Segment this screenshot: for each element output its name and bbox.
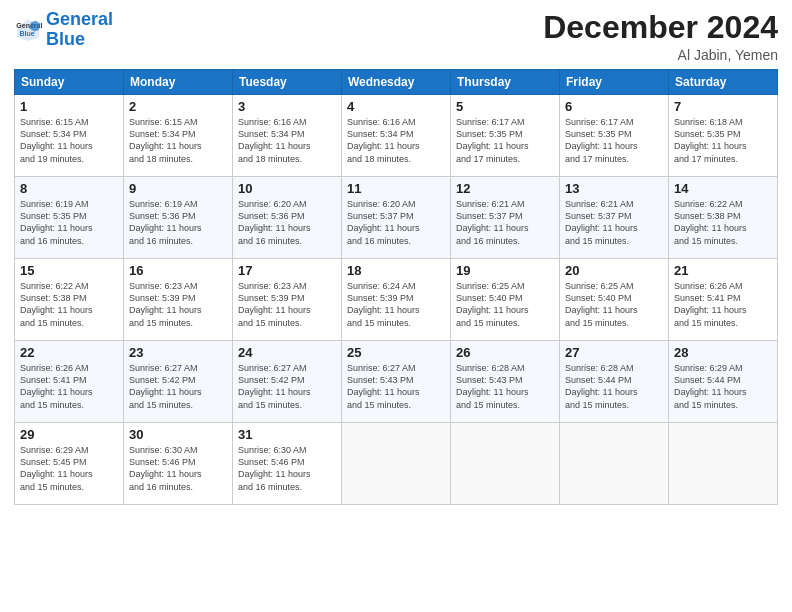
calendar-cell: 10Sunrise: 6:20 AM Sunset: 5:36 PM Dayli… [233,177,342,259]
day-detail: Sunrise: 6:18 AM Sunset: 5:35 PM Dayligh… [674,116,772,165]
calendar-cell: 5Sunrise: 6:17 AM Sunset: 5:35 PM Daylig… [451,95,560,177]
day-detail: Sunrise: 6:27 AM Sunset: 5:43 PM Dayligh… [347,362,445,411]
day-detail: Sunrise: 6:15 AM Sunset: 5:34 PM Dayligh… [20,116,118,165]
calendar-cell: 2Sunrise: 6:15 AM Sunset: 5:34 PM Daylig… [124,95,233,177]
day-detail: Sunrise: 6:24 AM Sunset: 5:39 PM Dayligh… [347,280,445,329]
calendar-cell: 14Sunrise: 6:22 AM Sunset: 5:38 PM Dayli… [669,177,778,259]
day-detail: Sunrise: 6:15 AM Sunset: 5:34 PM Dayligh… [129,116,227,165]
day-number: 6 [565,99,663,114]
day-number: 31 [238,427,336,442]
calendar-cell [451,423,560,505]
day-detail: Sunrise: 6:21 AM Sunset: 5:37 PM Dayligh… [565,198,663,247]
calendar-header-row: SundayMondayTuesdayWednesdayThursdayFrid… [15,70,778,95]
day-number: 28 [674,345,772,360]
page: General Blue General Blue December 2024 … [0,0,792,612]
day-number: 3 [238,99,336,114]
day-number: 14 [674,181,772,196]
calendar-cell: 23Sunrise: 6:27 AM Sunset: 5:42 PM Dayli… [124,341,233,423]
svg-text:Blue: Blue [19,30,34,37]
day-of-week-header: Saturday [669,70,778,95]
day-number: 17 [238,263,336,278]
calendar-cell: 17Sunrise: 6:23 AM Sunset: 5:39 PM Dayli… [233,259,342,341]
calendar-cell: 16Sunrise: 6:23 AM Sunset: 5:39 PM Dayli… [124,259,233,341]
day-number: 13 [565,181,663,196]
logo-blue: Blue [46,29,85,49]
logo-text: General Blue [46,10,113,50]
day-number: 19 [456,263,554,278]
day-of-week-header: Wednesday [342,70,451,95]
calendar-cell: 25Sunrise: 6:27 AM Sunset: 5:43 PM Dayli… [342,341,451,423]
day-detail: Sunrise: 6:17 AM Sunset: 5:35 PM Dayligh… [456,116,554,165]
calendar-cell: 30Sunrise: 6:30 AM Sunset: 5:46 PM Dayli… [124,423,233,505]
location: Al Jabin, Yemen [543,47,778,63]
day-number: 11 [347,181,445,196]
day-number: 1 [20,99,118,114]
calendar-cell: 9Sunrise: 6:19 AM Sunset: 5:36 PM Daylig… [124,177,233,259]
day-detail: Sunrise: 6:23 AM Sunset: 5:39 PM Dayligh… [238,280,336,329]
day-number: 12 [456,181,554,196]
day-of-week-header: Friday [560,70,669,95]
day-detail: Sunrise: 6:27 AM Sunset: 5:42 PM Dayligh… [129,362,227,411]
calendar-cell: 12Sunrise: 6:21 AM Sunset: 5:37 PM Dayli… [451,177,560,259]
calendar-cell: 19Sunrise: 6:25 AM Sunset: 5:40 PM Dayli… [451,259,560,341]
day-number: 8 [20,181,118,196]
calendar-table: SundayMondayTuesdayWednesdayThursdayFrid… [14,69,778,505]
calendar-cell [669,423,778,505]
calendar-cell: 6Sunrise: 6:17 AM Sunset: 5:35 PM Daylig… [560,95,669,177]
day-of-week-header: Tuesday [233,70,342,95]
calendar-cell: 27Sunrise: 6:28 AM Sunset: 5:44 PM Dayli… [560,341,669,423]
day-detail: Sunrise: 6:30 AM Sunset: 5:46 PM Dayligh… [238,444,336,493]
calendar-cell: 28Sunrise: 6:29 AM Sunset: 5:44 PM Dayli… [669,341,778,423]
day-number: 23 [129,345,227,360]
calendar-cell: 7Sunrise: 6:18 AM Sunset: 5:35 PM Daylig… [669,95,778,177]
day-of-week-header: Sunday [15,70,124,95]
day-detail: Sunrise: 6:26 AM Sunset: 5:41 PM Dayligh… [674,280,772,329]
day-detail: Sunrise: 6:19 AM Sunset: 5:36 PM Dayligh… [129,198,227,247]
day-detail: Sunrise: 6:16 AM Sunset: 5:34 PM Dayligh… [238,116,336,165]
day-detail: Sunrise: 6:22 AM Sunset: 5:38 PM Dayligh… [20,280,118,329]
day-number: 20 [565,263,663,278]
day-number: 26 [456,345,554,360]
logo-general: General [46,9,113,29]
calendar-cell: 21Sunrise: 6:26 AM Sunset: 5:41 PM Dayli… [669,259,778,341]
day-number: 7 [674,99,772,114]
day-detail: Sunrise: 6:26 AM Sunset: 5:41 PM Dayligh… [20,362,118,411]
day-number: 24 [238,345,336,360]
calendar-cell: 26Sunrise: 6:28 AM Sunset: 5:43 PM Dayli… [451,341,560,423]
calendar-cell: 18Sunrise: 6:24 AM Sunset: 5:39 PM Dayli… [342,259,451,341]
day-number: 30 [129,427,227,442]
calendar-cell: 20Sunrise: 6:25 AM Sunset: 5:40 PM Dayli… [560,259,669,341]
day-of-week-header: Thursday [451,70,560,95]
calendar-cell: 13Sunrise: 6:21 AM Sunset: 5:37 PM Dayli… [560,177,669,259]
day-detail: Sunrise: 6:28 AM Sunset: 5:44 PM Dayligh… [565,362,663,411]
day-number: 18 [347,263,445,278]
calendar-cell: 29Sunrise: 6:29 AM Sunset: 5:45 PM Dayli… [15,423,124,505]
day-detail: Sunrise: 6:23 AM Sunset: 5:39 PM Dayligh… [129,280,227,329]
day-detail: Sunrise: 6:19 AM Sunset: 5:35 PM Dayligh… [20,198,118,247]
day-detail: Sunrise: 6:29 AM Sunset: 5:44 PM Dayligh… [674,362,772,411]
day-detail: Sunrise: 6:20 AM Sunset: 5:36 PM Dayligh… [238,198,336,247]
day-number: 29 [20,427,118,442]
day-detail: Sunrise: 6:25 AM Sunset: 5:40 PM Dayligh… [565,280,663,329]
calendar-cell [342,423,451,505]
day-detail: Sunrise: 6:21 AM Sunset: 5:37 PM Dayligh… [456,198,554,247]
day-detail: Sunrise: 6:25 AM Sunset: 5:40 PM Dayligh… [456,280,554,329]
calendar-cell: 3Sunrise: 6:16 AM Sunset: 5:34 PM Daylig… [233,95,342,177]
calendar-cell: 11Sunrise: 6:20 AM Sunset: 5:37 PM Dayli… [342,177,451,259]
day-detail: Sunrise: 6:17 AM Sunset: 5:35 PM Dayligh… [565,116,663,165]
calendar-cell: 15Sunrise: 6:22 AM Sunset: 5:38 PM Dayli… [15,259,124,341]
header: General Blue General Blue December 2024 … [14,10,778,63]
calendar-cell: 24Sunrise: 6:27 AM Sunset: 5:42 PM Dayli… [233,341,342,423]
title-block: December 2024 Al Jabin, Yemen [543,10,778,63]
calendar-cell: 1Sunrise: 6:15 AM Sunset: 5:34 PM Daylig… [15,95,124,177]
calendar-cell: 31Sunrise: 6:30 AM Sunset: 5:46 PM Dayli… [233,423,342,505]
day-number: 15 [20,263,118,278]
day-number: 25 [347,345,445,360]
day-of-week-header: Monday [124,70,233,95]
day-number: 16 [129,263,227,278]
calendar-cell: 8Sunrise: 6:19 AM Sunset: 5:35 PM Daylig… [15,177,124,259]
logo: General Blue General Blue [14,10,113,50]
day-number: 27 [565,345,663,360]
day-detail: Sunrise: 6:27 AM Sunset: 5:42 PM Dayligh… [238,362,336,411]
calendar-cell [560,423,669,505]
